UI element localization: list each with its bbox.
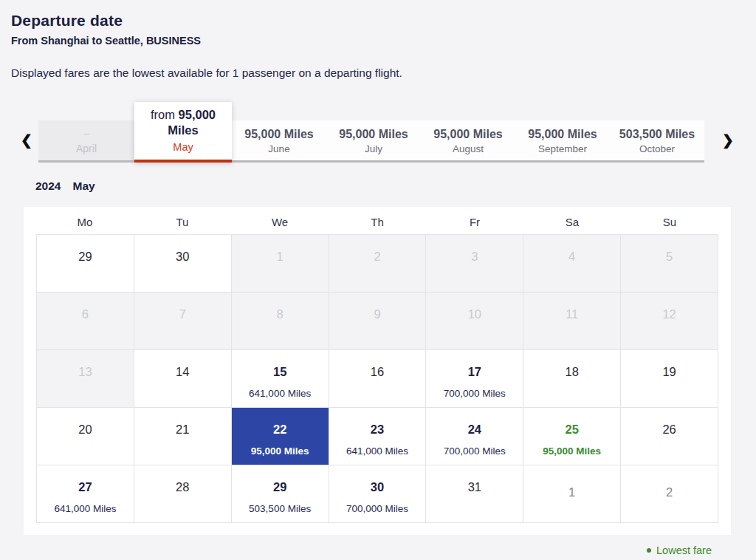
day-cell[interactable]: 30 [134,235,232,293]
day-fare: 700,000 Miles [426,388,523,399]
month-name: April [76,143,97,154]
month-tab-strip: –Aprilfrom 95,000 MilesMay95,000 MilesJu… [38,102,704,163]
day-number: 1 [523,485,620,499]
day-cell[interactable]: 26 [621,408,718,465]
month-fare: 95,000 Miles [244,127,313,141]
day-number: 6 [37,307,134,321]
chevron-right-icon: ❯ [722,132,734,148]
page-title: Departure date [11,12,744,30]
day-number: 18 [523,364,620,379]
day-cell: 2 [329,235,427,293]
weekday-tu: Tu [134,216,231,228]
day-cell[interactable]: 31 [426,465,523,523]
day-cell[interactable]: 17700,000 Miles [426,350,523,408]
weekday-sa: Sa [523,216,621,228]
day-cell: 12 [621,293,718,350]
calendar-grid: 2930123456789101112131415641,000 Miles16… [36,234,718,523]
day-cell[interactable]: 29503,500 Miles [232,465,329,523]
day-number: 3 [426,249,523,264]
lowest-fare-dot-icon [647,548,651,553]
weekday-fr: Fr [426,216,523,228]
day-number: 2 [329,249,426,264]
day-cell[interactable]: 23641,000 Miles [329,408,427,465]
day-fare: 641,000 Miles [232,388,329,399]
day-number: 10 [426,307,523,321]
day-number: 20 [37,422,134,437]
weekday-mo: Mo [36,216,134,228]
month-tab-may[interactable]: from 95,000 MilesMay [134,102,232,163]
day-cell[interactable]: 21 [134,408,232,465]
day-fare: 641,000 Miles [37,503,134,514]
day-cell: 11 [523,293,621,350]
day-number: 30 [134,249,231,264]
day-number: 1 [232,249,329,264]
month-name: July [365,143,382,154]
day-number: 21 [134,422,231,437]
day-number: 28 [134,479,231,494]
day-cell[interactable]: 27641,000 Miles [37,465,134,523]
day-cell[interactable]: 28 [134,465,232,523]
day-cell: 3 [426,235,523,293]
day-cell[interactable]: 18 [523,350,621,408]
day-cell[interactable]: 29 [37,235,134,293]
calendar-panel: MoTuWeThFrSaSu 2930123456789101112131415… [24,207,731,535]
month-fare: 95,000 Miles [339,127,408,141]
day-number: 15 [232,364,329,379]
day-number: 19 [621,364,718,379]
departure-date-page: Departure date From Shanghai to Seattle,… [0,0,756,560]
day-number: 31 [426,479,523,494]
day-number: 22 [232,422,329,437]
day-fare: 700,000 Miles [426,445,523,457]
month-name: October [639,143,675,154]
day-cell[interactable]: 24700,000 Miles [426,408,523,465]
day-cell[interactable]: 16 [329,350,427,408]
day-number: 25 [523,422,620,437]
month-fare: 503,500 Miles [619,127,695,141]
day-number: 16 [329,364,426,379]
calendar-year: 2024 [35,180,61,192]
lowest-fare-legend: Lowest fare [0,544,712,556]
day-cell[interactable]: 2595,000 Miles [523,408,621,465]
day-fare: 95,000 Miles [523,445,620,457]
day-number: 4 [523,249,620,264]
day-number: 29 [37,249,134,264]
day-cell[interactable]: 14 [134,350,232,408]
day-cell: 5 [621,235,718,293]
month-tab-september[interactable]: 95,000 MilesSeptember [515,120,610,163]
month-tab-august[interactable]: 95,000 MilesAugust [421,120,515,163]
day-cell[interactable]: 2295,000 Miles [232,408,329,465]
month-tab-june[interactable]: 95,000 MilesJune [232,120,326,163]
day-number: 23 [329,422,426,437]
month-tab-april: –April [38,120,134,163]
day-number: 9 [329,307,426,321]
fare-description: Displayed fares are the lowest available… [11,66,744,80]
month-tab-october[interactable]: 503,500 MilesOctober [610,120,704,163]
month-fare: 95,000 Miles [528,127,597,141]
day-number: 13 [37,364,134,379]
day-cell[interactable]: 19 [621,350,718,408]
day-number: 29 [232,479,329,494]
day-cell: 10 [426,293,523,350]
day-cell[interactable]: 15641,000 Miles [232,350,329,408]
day-fare: 503,500 Miles [232,503,329,514]
day-cell: 6 [37,293,134,350]
day-fare: 641,000 Miles [329,445,426,457]
day-fare: 700,000 Miles [329,503,426,514]
month-name: May [173,141,193,153]
day-cell: 2 [621,465,718,523]
day-number: 26 [621,422,718,437]
day-number: 24 [426,422,523,437]
month-carousel: ❮ –Aprilfrom 95,000 MilesMay95,000 Miles… [15,101,756,163]
current-month-label: 2024May [35,180,756,193]
month-tab-july[interactable]: 95,000 MilesJuly [326,120,421,163]
day-number: 27 [37,479,134,494]
weekday-header-row: MoTuWeThFrSaSu [36,209,718,234]
month-name: August [453,143,484,154]
day-cell[interactable]: 20 [37,408,134,465]
weekday-we: We [231,216,329,228]
day-cell[interactable]: 30700,000 Miles [329,465,427,523]
day-cell: 13 [37,350,134,408]
next-month-button[interactable]: ❯ [716,129,740,152]
prev-month-button[interactable]: ❮ [15,129,38,152]
month-fare: from 95,000 Miles [139,107,227,138]
